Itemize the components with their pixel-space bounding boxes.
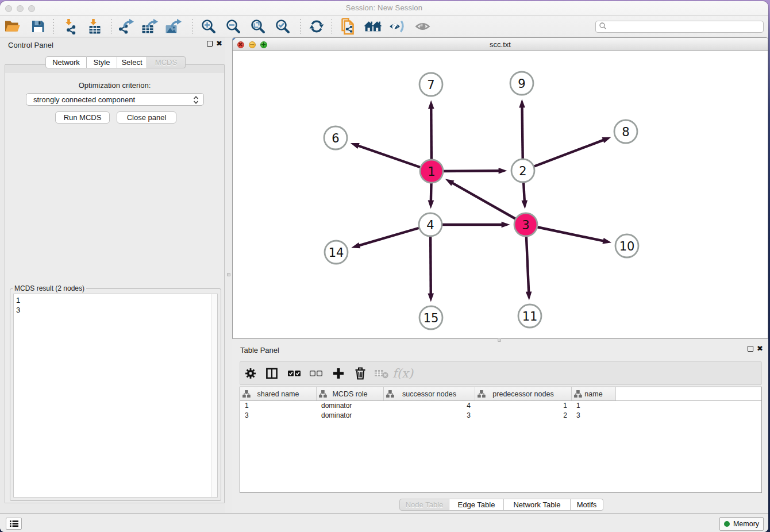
horizontal-splitter[interactable]: [498, 338, 501, 342]
edge-arrow-4-14: [351, 242, 360, 248]
show-columns-icon[interactable]: [265, 367, 278, 380]
cell-name[interactable]: 3: [572, 411, 616, 421]
node-9[interactable]: 9: [510, 72, 533, 95]
close-panel-button[interactable]: Close panel: [117, 111, 176, 124]
cell-successor-nodes[interactable]: 3: [384, 411, 475, 421]
control-tab-mcds[interactable]: MCDS: [147, 56, 186, 68]
search-input[interactable]: [607, 22, 763, 32]
svg-text:11: 11: [522, 310, 538, 323]
show-all-icon[interactable]: [415, 19, 432, 34]
column-header-name[interactable]: name: [572, 387, 616, 400]
table-tab-motifs[interactable]: Motifs: [571, 499, 603, 511]
control-tab-select[interactable]: Select: [117, 56, 147, 68]
cell-shared-name[interactable]: 3: [240, 411, 317, 421]
task-history-button[interactable]: [6, 518, 22, 530]
column-header-successor-nodes[interactable]: successor nodes: [384, 387, 475, 400]
svg-text:8: 8: [622, 125, 629, 139]
dropdown-chevrons-icon: [193, 95, 199, 106]
node-11[interactable]: 11: [518, 304, 541, 327]
close-table-panel-icon[interactable]: ✖: [757, 346, 763, 352]
function-builder-icon: f(x): [391, 366, 414, 381]
table-options-icon[interactable]: [244, 367, 257, 380]
run-mcds-button[interactable]: Run MCDS: [55, 111, 110, 124]
edge-arrow-2-3: [521, 200, 528, 209]
control-tab-network[interactable]: Network: [45, 56, 87, 68]
column-tree-icon: [242, 390, 251, 399]
column-header-shared-name[interactable]: shared name: [240, 387, 317, 400]
cell-MCDS-role[interactable]: dominator: [317, 411, 384, 421]
export-image-icon[interactable]: [165, 18, 182, 34]
edge-3-1[interactable]: [452, 183, 526, 225]
toolbar-separator: [300, 19, 301, 34]
cell-predecessor-nodes[interactable]: 1: [475, 401, 572, 411]
float-table-panel-icon[interactable]: [748, 346, 753, 352]
import-network-icon[interactable]: [63, 18, 78, 34]
zoom-in-icon[interactable]: [201, 18, 217, 34]
save-session-icon[interactable]: [30, 19, 45, 34]
zoom-out-icon[interactable]: [225, 18, 241, 34]
cell-name[interactable]: 1: [572, 401, 616, 411]
edge-arrow-3-1: [445, 179, 455, 186]
vertical-splitter[interactable]: [225, 37, 232, 513]
deselect-all-icon[interactable]: [309, 369, 323, 378]
zoom-fit-icon[interactable]: [250, 18, 266, 34]
cell-MCDS-role[interactable]: dominator: [317, 401, 384, 411]
control-panel-tabs: NetworkStyleSelectMCDS: [45, 56, 186, 68]
svg-text:3: 3: [522, 218, 529, 232]
open-file-icon[interactable]: [4, 19, 20, 34]
cell-predecessor-nodes[interactable]: 2: [475, 411, 572, 421]
mcds-panel: Optimization criterion: strongly connect…: [5, 64, 225, 503]
table-row[interactable]: 1dominator411: [240, 401, 761, 411]
delete-icon[interactable]: [355, 367, 366, 380]
edge-arrow-2-9: [519, 99, 525, 107]
zoom-selected-icon[interactable]: [275, 18, 291, 34]
first-neighbors-icon[interactable]: [364, 19, 382, 34]
add-icon[interactable]: [333, 368, 344, 379]
node-7[interactable]: 7: [419, 73, 442, 96]
node-3[interactable]: 3: [514, 213, 537, 236]
search-box[interactable]: [595, 21, 764, 33]
export-network-icon[interactable]: [118, 18, 135, 34]
svg-text:7: 7: [427, 78, 434, 92]
table-tab-network-table[interactable]: Network Table: [504, 499, 571, 511]
column-header-MCDS-role[interactable]: MCDS role: [317, 387, 384, 400]
edge-arrow-1-4: [428, 200, 434, 209]
node-14[interactable]: 14: [325, 241, 348, 264]
import-table-icon[interactable]: [87, 18, 102, 34]
edge-2-8[interactable]: [523, 140, 604, 171]
node-10[interactable]: 10: [615, 234, 638, 257]
export-table-icon[interactable]: [141, 18, 159, 34]
node-6[interactable]: 6: [324, 126, 347, 149]
memory-button[interactable]: Memory: [719, 517, 764, 531]
table-panel-title: Table Panel: [240, 346, 279, 354]
select-all-icon[interactable]: [287, 369, 301, 378]
table-row[interactable]: 3dominator323: [240, 411, 761, 421]
new-network-from-selection-icon[interactable]: [340, 18, 356, 35]
node-4[interactable]: 4: [419, 213, 442, 236]
refresh-icon[interactable]: [309, 19, 324, 34]
node-2[interactable]: 2: [511, 159, 534, 182]
column-header-predecessor-nodes[interactable]: predecessor nodes: [475, 387, 572, 400]
cell-shared-name[interactable]: 1: [240, 401, 317, 411]
svg-text:10: 10: [619, 240, 635, 253]
table-panel-header: Table Panel ✖: [232, 342, 768, 357]
table-tab-node-table[interactable]: Node Table: [399, 499, 449, 511]
result-scrollbar[interactable]: [211, 294, 217, 497]
cell-successor-nodes[interactable]: 4: [384, 401, 475, 411]
node-8[interactable]: 8: [614, 120, 637, 143]
float-panel-icon[interactable]: [207, 41, 213, 47]
network-canvas[interactable]: 7968124314101511: [233, 51, 768, 339]
criterion-dropdown[interactable]: strongly connected component: [26, 93, 204, 106]
hide-selected-icon[interactable]: [389, 19, 406, 34]
close-panel-icon[interactable]: ✖: [216, 41, 222, 47]
toolbar-separator: [111, 19, 111, 34]
node-15[interactable]: 15: [419, 306, 442, 329]
table-tab-edge-table[interactable]: Edge Table: [449, 499, 504, 511]
node-1[interactable]: 1: [420, 160, 443, 183]
control-tab-style[interactable]: Style: [87, 56, 117, 68]
network-window-titlebar[interactable]: ✖ ─ ✚ scc.txt: [233, 38, 768, 51]
svg-text:2: 2: [519, 164, 526, 178]
mcds-result-text[interactable]: 1 3: [13, 294, 218, 498]
svg-text:6: 6: [332, 132, 339, 145]
status-bar: Memory: [0, 513, 768, 532]
